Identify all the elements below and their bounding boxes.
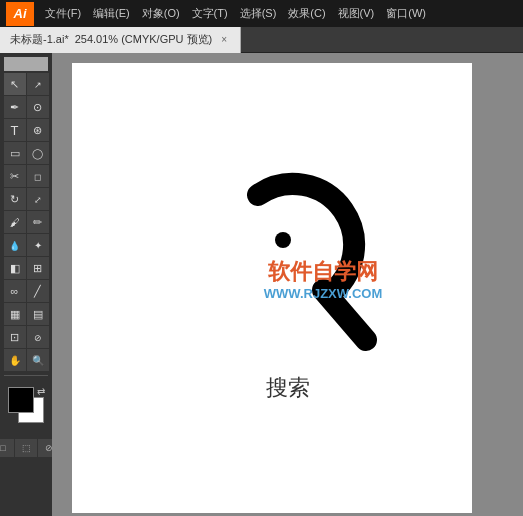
text-icon <box>11 123 19 138</box>
ai-logo: Ai <box>6 2 34 26</box>
artboard-tool[interactable] <box>4 326 26 348</box>
eyedrop-tools <box>4 234 49 256</box>
eyedrop-tool[interactable] <box>4 234 26 256</box>
tab-info: 254.01% (CMYK/GPU 预览) <box>75 32 213 47</box>
search-label: 搜索 <box>266 373 310 403</box>
rectangle-tool[interactable] <box>4 142 26 164</box>
measure-tool[interactable] <box>27 234 49 256</box>
view-tools <box>4 349 49 371</box>
menu-window[interactable]: 窗口(W) <box>381 4 431 23</box>
gradient-icon <box>10 262 20 275</box>
color-section: ⇄ <box>4 383 48 435</box>
selection-tool[interactable] <box>4 73 26 95</box>
arrow-icon <box>10 78 19 91</box>
zoom-icon <box>32 354 44 366</box>
canvas-area: 软件自学网 WWW.RJZXW.COM 搜索 <box>52 53 523 516</box>
transform-tools <box>4 188 49 210</box>
menu-file[interactable]: 文件(F) <box>40 4 86 23</box>
shape-tools <box>4 142 49 164</box>
pencil-icon <box>33 216 42 229</box>
touch-type-tool[interactable] <box>27 119 49 141</box>
brush-tools <box>4 211 49 233</box>
artwork-container: 搜索 <box>178 165 398 405</box>
main-area: ▤ ⇄ □ <box>0 53 523 516</box>
direct-selection-tool[interactable] <box>27 73 49 95</box>
scissors-tools <box>4 165 49 187</box>
paint-icon: ▤ <box>33 308 43 321</box>
title-bar: Ai 文件(F) 编辑(E) 对象(O) 文字(T) 选择(S) 效果(C) 视… <box>0 0 523 27</box>
toolbar-divider <box>4 375 48 376</box>
menu-text[interactable]: 文字(T) <box>187 4 233 23</box>
zoom-tool[interactable] <box>27 349 49 371</box>
line-icon <box>34 285 41 298</box>
slice-tool[interactable] <box>27 326 49 348</box>
symbol-tool[interactable] <box>27 280 49 302</box>
pen-icon <box>10 101 19 114</box>
tab-title: 未标题-1.ai* <box>10 32 69 47</box>
menu-object[interactable]: 对象(O) <box>137 4 185 23</box>
rounded-rect-tool[interactable] <box>27 142 49 164</box>
menu-select[interactable]: 选择(S) <box>235 4 282 23</box>
star-icon <box>34 239 42 251</box>
chart-icon <box>10 308 20 321</box>
add-anchor-tool[interactable] <box>27 96 49 118</box>
tab-close-button[interactable]: × <box>218 34 230 46</box>
toolbar: ▤ ⇄ □ <box>0 53 52 516</box>
search-icon-svg <box>188 165 388 365</box>
hand-tool[interactable] <box>4 349 26 371</box>
direct-select-icon <box>34 78 42 90</box>
scissors-icon <box>10 170 19 183</box>
blend-tools <box>4 280 49 302</box>
swap-colors-icon[interactable]: ⇄ <box>37 386 45 397</box>
slice-icon <box>34 331 42 343</box>
selection-tools <box>4 73 49 95</box>
scale-icon <box>34 193 42 205</box>
mesh-tool[interactable] <box>27 257 49 279</box>
wand-icon <box>33 124 42 137</box>
rect-icon <box>10 147 20 160</box>
document-tab[interactable]: 未标题-1.ai* 254.01% (CMYK/GPU 预览) × <box>0 27 241 53</box>
bar-chart-tool[interactable]: ▤ <box>27 303 49 325</box>
svg-point-1 <box>275 232 291 248</box>
artboard-tools <box>4 326 49 348</box>
chart-tools: ▤ <box>4 303 49 325</box>
rotate-icon <box>10 193 19 206</box>
mesh-icon <box>33 262 42 275</box>
gradient-tool[interactable] <box>4 257 26 279</box>
menu-view[interactable]: 视图(V) <box>333 4 380 23</box>
none-mode-btn[interactable]: ⊘ <box>38 439 52 457</box>
eraser-icon <box>34 170 41 182</box>
svg-line-0 <box>323 290 366 340</box>
blob-brush-tool[interactable] <box>27 211 49 233</box>
pen-tools <box>4 96 49 118</box>
menu-effect[interactable]: 效果(C) <box>283 4 330 23</box>
blend-tool[interactable] <box>4 280 26 302</box>
eraser-tool[interactable] <box>27 165 49 187</box>
menu-bar: 文件(F) 编辑(E) 对象(O) 文字(T) 选择(S) 效果(C) 视图(V… <box>40 4 431 23</box>
mode-tools: □ ⬚ ⊘ <box>0 439 52 457</box>
reflect-tool[interactable] <box>27 188 49 210</box>
chart-tool[interactable] <box>4 303 26 325</box>
rotate-tool[interactable] <box>4 188 26 210</box>
artboard-icon <box>10 331 19 344</box>
blend-icon <box>11 285 19 297</box>
stroke-mode-btn[interactable]: ⬚ <box>15 439 37 457</box>
eyedrop-icon <box>9 239 20 251</box>
menu-edit[interactable]: 编辑(E) <box>88 4 135 23</box>
brush-tool[interactable] <box>4 211 26 233</box>
gradient-tools <box>4 257 49 279</box>
bottom-tools: □ ⬚ ⊘ <box>0 439 52 457</box>
ruler <box>4 57 48 71</box>
text-tools <box>4 119 49 141</box>
foreground-color[interactable] <box>8 387 34 413</box>
scissors-tool[interactable] <box>4 165 26 187</box>
lasso-icon <box>33 101 42 114</box>
pen-tool[interactable] <box>4 96 26 118</box>
fill-mode-btn[interactable]: □ <box>0 439 14 457</box>
tab-bar: 未标题-1.ai* 254.01% (CMYK/GPU 预览) × <box>0 27 523 53</box>
hand-icon <box>9 354 21 366</box>
brush-icon <box>10 216 20 228</box>
text-tool[interactable] <box>4 119 26 141</box>
shape-icon <box>32 147 43 159</box>
